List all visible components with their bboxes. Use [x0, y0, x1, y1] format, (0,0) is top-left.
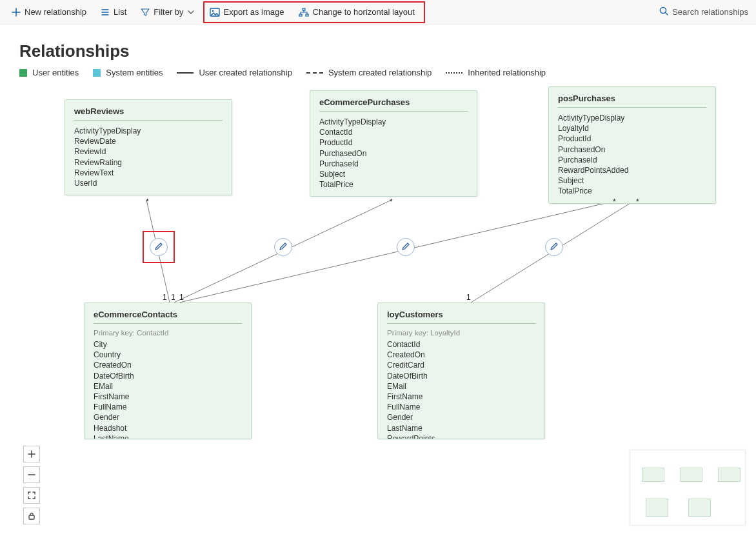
pencil-icon	[279, 242, 288, 253]
search-relationships-button[interactable]: Search relationships	[659, 6, 748, 17]
cardinality-one: 1	[163, 293, 167, 302]
new-relationship-button[interactable]: New relationship	[6, 5, 92, 19]
card-attr: LastName	[94, 433, 242, 439]
card-attr: ReviewDate	[74, 136, 223, 146]
user-entities-swatch	[19, 69, 27, 77]
export-image-label: Export as image	[224, 7, 284, 17]
card-primary-key: Primary key: ContactId	[94, 329, 242, 337]
card-divider	[319, 111, 468, 112]
fit-screen-button[interactable]	[23, 487, 40, 504]
chevron-down-icon	[188, 9, 194, 15]
card-attr: FirstName	[387, 392, 535, 402]
system-entities-swatch	[93, 69, 101, 77]
cardinality-many: *	[146, 197, 149, 206]
export-image-button[interactable]: Export as image	[204, 5, 290, 19]
card-attr: DateOfBirth	[94, 371, 242, 381]
legend-user-entities: User entities	[19, 68, 79, 77]
card-attr: Headshot	[94, 423, 242, 433]
card-title: posPurchases	[558, 94, 706, 103]
minimap-node	[680, 468, 702, 482]
page-title: Relationships	[19, 41, 737, 61]
minimap[interactable]	[630, 450, 746, 526]
card-attr: ContactId	[387, 339, 535, 350]
card-attr: City	[94, 339, 242, 350]
edit-relationship-button[interactable]	[397, 238, 415, 256]
card-attr: ActivityTypeDisplay	[319, 117, 468, 127]
cardinality-many: *	[636, 197, 639, 206]
entity-card-pospurchases[interactable]: posPurchases ActivityTypeDisplay Loyalty…	[548, 86, 716, 204]
search-placeholder-text: Search relationships	[672, 7, 748, 17]
card-attr: CreatedOn	[94, 360, 242, 370]
card-attr: PurchasedOn	[319, 148, 468, 159]
list-label: List	[114, 7, 126, 17]
card-attr: RewardPointsAdded	[558, 165, 706, 175]
card-attr: ContactId	[319, 127, 468, 137]
card-attr: TotalPrice	[319, 179, 468, 190]
cardinality-one: 1	[466, 293, 471, 302]
list-icon	[101, 8, 110, 17]
card-divider	[74, 120, 223, 121]
legend-inherited-rel: Inherited relationship	[446, 68, 546, 77]
svg-rect-10	[29, 515, 34, 519]
card-attr: LastName	[387, 423, 535, 433]
card-attr: LoyaltyId	[558, 123, 706, 134]
card-attr: RewardPoints	[387, 433, 535, 439]
list-button[interactable]: List	[95, 5, 132, 19]
card-divider	[94, 323, 242, 324]
card-attr: ProductId	[319, 137, 468, 148]
zoom-out-button[interactable]	[23, 466, 40, 483]
pencil-icon	[550, 242, 559, 253]
legend-system-created-rel: System created relationship	[306, 68, 432, 77]
legend-user-created-rel: User created relationship	[177, 68, 292, 77]
cardinality-many: *	[390, 197, 393, 206]
card-attr: Country	[94, 350, 242, 360]
entity-card-webreviews[interactable]: webReviews ActivityTypeDisplay ReviewDat…	[65, 99, 232, 195]
card-attr: ActivityTypeDisplay	[74, 126, 223, 136]
card-attr: FirstName	[94, 392, 242, 402]
page-body: Relationships User entities System entit…	[0, 25, 756, 536]
card-attr: CreditCard	[387, 360, 535, 370]
legend-system-entities: System entities	[93, 68, 163, 77]
card-attr: ReviewRating	[74, 157, 223, 168]
edit-relationship-button[interactable]	[545, 238, 563, 256]
minimap-node	[688, 499, 711, 517]
svg-point-5	[661, 8, 666, 14]
filter-by-label: Filter by	[154, 7, 183, 17]
pencil-icon	[401, 242, 410, 253]
entity-card-ecommercecontacts[interactable]: eCommerceContacts Primary key: ContactId…	[84, 303, 252, 439]
card-attr: FullName	[94, 402, 242, 412]
solid-line-icon	[177, 72, 194, 74]
card-attr: TotalPrice	[558, 186, 706, 196]
lock-button[interactable]	[23, 508, 40, 524]
filter-by-button[interactable]: Filter by	[135, 5, 199, 19]
change-layout-label: Change to horizontal layout	[313, 7, 415, 17]
new-relationship-label: New relationship	[25, 7, 86, 17]
cardinality-one: 1	[171, 293, 175, 302]
card-divider	[387, 323, 535, 324]
highlighted-toolbar-section: Export as image Change to horizontal lay…	[203, 1, 425, 23]
change-layout-button[interactable]: Change to horizontal layout	[293, 5, 420, 19]
cardinality-many: *	[613, 197, 616, 206]
zoom-in-button[interactable]	[23, 446, 40, 462]
card-attr: PurchaseId	[319, 159, 468, 169]
hierarchy-icon	[299, 8, 309, 17]
relationship-canvas[interactable]: webReviews ActivityTypeDisplay ReviewDat…	[19, 86, 737, 486]
card-title: eCommercePurchases	[319, 97, 468, 107]
edit-relationship-button[interactable]	[274, 238, 292, 256]
search-icon	[659, 6, 668, 17]
entity-card-ecommercepurchases[interactable]: eCommercePurchases ActivityTypeDisplay C…	[310, 90, 477, 197]
card-title: loyCustomers	[387, 310, 535, 319]
plus-icon	[12, 8, 21, 17]
card-attr: Gender	[94, 412, 242, 422]
edit-relationship-button[interactable]	[150, 238, 168, 256]
svg-rect-2	[303, 8, 305, 10]
card-primary-key: Primary key: LoyaltyId	[387, 329, 535, 337]
card-divider	[558, 107, 706, 108]
card-attr: DateOfBirth	[387, 371, 535, 381]
minimap-node	[646, 499, 668, 517]
entity-card-loycustomers[interactable]: loyCustomers Primary key: LoyaltyId Cont…	[377, 303, 545, 439]
card-attr: EMail	[94, 381, 242, 392]
card-attr: ActivityTypeDisplay	[558, 113, 706, 123]
card-attr: Subject	[558, 175, 706, 186]
card-attr: UserId	[74, 178, 223, 188]
